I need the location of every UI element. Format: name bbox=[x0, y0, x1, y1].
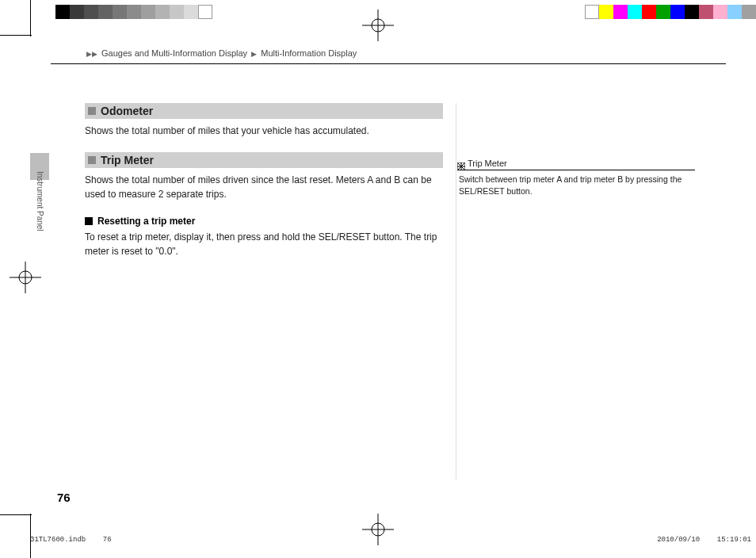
breadcrumb-arrow-icon: ▶ bbox=[251, 50, 257, 58]
section-bullet-icon bbox=[88, 107, 96, 115]
imprint-time: 15:19:01 bbox=[717, 536, 751, 544]
breadcrumb-divider bbox=[51, 63, 726, 64]
chapter-side-label: Instrument Panel bbox=[36, 171, 44, 250]
imprint-date: 2010/09/10 bbox=[657, 536, 700, 544]
color-swatch bbox=[656, 5, 670, 19]
crop-mark bbox=[30, 0, 31, 36]
color-swatch bbox=[184, 5, 198, 19]
crop-mark bbox=[0, 514, 32, 515]
sidebar-reference-title: Trip Meter bbox=[468, 159, 507, 168]
color-swatch bbox=[155, 5, 170, 19]
page-number: 76 bbox=[57, 491, 71, 504]
section-heading-trip-meter: Trip Meter bbox=[85, 152, 443, 168]
color-swatch bbox=[141, 5, 155, 19]
print-color-bar bbox=[585, 5, 756, 19]
sidebar-reference-body: Switch between trip meter A and trip met… bbox=[457, 174, 695, 197]
section-body-trip-meter: Shows the total number of miles driven s… bbox=[85, 173, 443, 201]
breadcrumb-arrow-icon: ▶▶ bbox=[86, 50, 97, 58]
breadcrumb: ▶▶ Gauges and Multi-Information Display … bbox=[0, 48, 756, 58]
crop-mark bbox=[0, 35, 32, 36]
color-swatch bbox=[599, 5, 613, 19]
subsection-title: Resetting a trip meter bbox=[97, 216, 195, 227]
color-swatch bbox=[670, 5, 685, 19]
print-grayscale-bar bbox=[55, 5, 212, 19]
color-swatch bbox=[113, 5, 127, 19]
subsection-bullet-icon bbox=[85, 217, 93, 225]
subsection-heading-reset: Resetting a trip meter bbox=[85, 216, 443, 227]
imprint-datetime: 2010/09/10 15:19:01 bbox=[657, 536, 751, 544]
color-swatch bbox=[84, 5, 98, 19]
registration-mark-top bbox=[362, 10, 394, 44]
breadcrumb-level1: Gauges and Multi-Information Display bbox=[101, 48, 247, 58]
color-swatch bbox=[642, 5, 656, 19]
imprint-file: 31TL7600.indb 76 bbox=[30, 536, 112, 544]
color-swatch bbox=[613, 5, 628, 19]
color-swatch bbox=[198, 5, 212, 19]
color-swatch bbox=[55, 5, 70, 19]
imprint-filepage: 76 bbox=[103, 536, 112, 544]
color-swatch bbox=[685, 5, 699, 19]
section-body-odometer: Shows the total number of miles that you… bbox=[85, 124, 443, 138]
section-heading-odometer: Odometer bbox=[85, 103, 443, 119]
registration-mark-left bbox=[10, 262, 41, 296]
color-swatch bbox=[170, 5, 184, 19]
color-swatch bbox=[713, 5, 727, 19]
color-swatch bbox=[98, 5, 113, 19]
color-swatch bbox=[742, 5, 756, 19]
section-title: Trip Meter bbox=[101, 154, 154, 166]
color-swatch bbox=[585, 5, 599, 19]
breadcrumb-level2: Multi-Information Display bbox=[261, 48, 357, 58]
color-swatch bbox=[699, 5, 713, 19]
section-title: Odometer bbox=[101, 105, 153, 117]
section-bullet-icon bbox=[88, 156, 96, 164]
color-swatch bbox=[70, 5, 84, 19]
sidebar-reference-heading: Trip Meter bbox=[457, 159, 695, 170]
color-swatch bbox=[127, 5, 141, 19]
color-swatch bbox=[727, 5, 742, 19]
subsection-body-reset: To reset a trip meter, display it, then … bbox=[85, 230, 443, 258]
color-swatch bbox=[628, 5, 642, 19]
cross-reference-icon bbox=[457, 159, 465, 167]
imprint-filename: 31TL7600.indb bbox=[30, 536, 86, 544]
registration-mark-bottom bbox=[362, 514, 394, 548]
